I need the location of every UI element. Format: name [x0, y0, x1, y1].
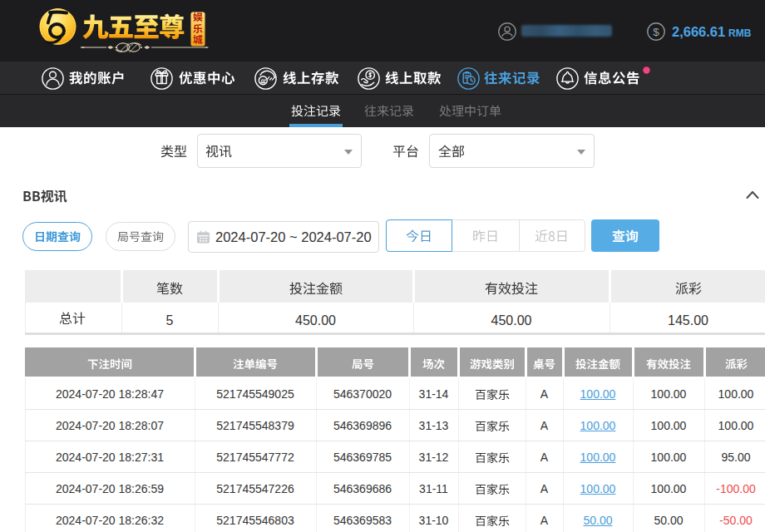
svg-text:$: $: [653, 26, 659, 38]
